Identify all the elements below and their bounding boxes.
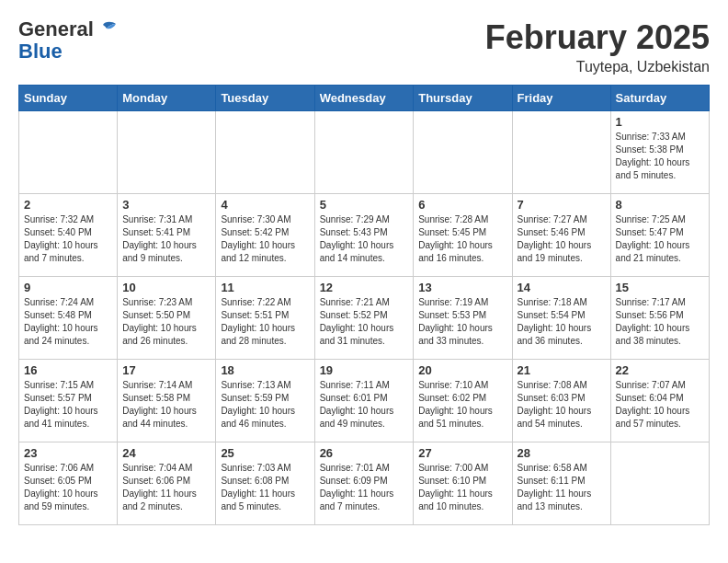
calendar-cell: 13Sunrise: 7:19 AMSunset: 5:53 PMDayligh… [414,277,512,360]
calendar-cell: 22Sunrise: 7:07 AMSunset: 6:04 PMDayligh… [610,360,709,442]
day-number: 13 [418,281,506,294]
day-number: 5 [320,198,409,212]
day-number: 6 [418,198,506,212]
day-number: 7 [518,198,606,212]
calendar-cell: 10Sunrise: 7:23 AMSunset: 5:50 PMDayligh… [118,277,216,360]
day-info: Sunrise: 7:00 AMSunset: 6:10 PMDaylight:… [418,462,506,513]
day-number: 8 [616,198,704,212]
logo-general-text: General [18,18,94,40]
day-info: Sunrise: 7:03 AMSunset: 6:08 PMDaylight:… [221,462,309,513]
calendar-cell: 21Sunrise: 7:08 AMSunset: 6:03 PMDayligh… [512,360,610,442]
day-info: Sunrise: 7:23 AMSunset: 5:50 PMDaylight:… [122,296,210,348]
day-info: Sunrise: 7:06 AMSunset: 6:05 PMDaylight:… [24,462,112,513]
calendar-cell: 14Sunrise: 7:18 AMSunset: 5:54 PMDayligh… [512,277,610,360]
calendar-cell: 2Sunrise: 7:32 AMSunset: 5:40 PMDaylight… [19,194,118,277]
weekday-header-saturday: Saturday [610,86,709,111]
calendar-cell [314,111,414,194]
day-number: 27 [418,446,506,460]
day-info: Sunrise: 7:18 AMSunset: 5:54 PMDaylight:… [518,296,606,348]
calendar-week-row: 1Sunrise: 7:33 AMSunset: 5:38 PMDaylight… [19,111,710,194]
calendar-cell: 5Sunrise: 7:29 AMSunset: 5:43 PMDaylight… [314,194,414,277]
calendar-cell: 3Sunrise: 7:31 AMSunset: 5:41 PMDaylight… [118,194,216,277]
calendar-cell: 6Sunrise: 7:28 AMSunset: 5:45 PMDaylight… [414,194,512,277]
day-info: Sunrise: 7:25 AMSunset: 5:47 PMDaylight:… [616,213,704,265]
day-number: 20 [418,363,506,377]
day-number: 3 [122,198,210,212]
day-info: Sunrise: 7:27 AMSunset: 5:46 PMDaylight:… [518,213,606,265]
day-number: 22 [616,363,704,377]
day-number: 9 [24,281,112,294]
day-number: 1 [616,115,704,129]
day-info: Sunrise: 7:21 AMSunset: 5:52 PMDaylight:… [320,296,409,348]
weekday-header-wednesday: Wednesday [314,86,414,111]
title-block: February 2025 Tuytepa, Uzbekistan [485,18,710,75]
day-info: Sunrise: 7:24 AMSunset: 5:48 PMDaylight:… [24,296,112,348]
calendar-cell: 27Sunrise: 7:00 AMSunset: 6:10 PMDayligh… [414,442,512,525]
day-number: 21 [518,363,606,377]
weekday-header-monday: Monday [118,86,216,111]
logo-blue-text: Blue [18,40,63,63]
calendar-cell: 15Sunrise: 7:17 AMSunset: 5:56 PMDayligh… [610,277,709,360]
day-info: Sunrise: 7:17 AMSunset: 5:56 PMDaylight:… [616,296,704,348]
day-info: Sunrise: 7:11 AMSunset: 6:01 PMDaylight:… [320,379,409,431]
day-info: Sunrise: 7:14 AMSunset: 5:58 PMDaylight:… [122,379,210,431]
day-number: 12 [320,281,409,294]
calendar-cell: 1Sunrise: 7:33 AMSunset: 5:38 PMDaylight… [610,111,709,194]
day-info: Sunrise: 7:28 AMSunset: 5:45 PMDaylight:… [418,213,506,265]
calendar-week-row: 16Sunrise: 7:15 AMSunset: 5:57 PMDayligh… [19,360,710,442]
day-info: Sunrise: 7:13 AMSunset: 5:59 PMDaylight:… [221,379,309,431]
calendar-cell: 12Sunrise: 7:21 AMSunset: 5:52 PMDayligh… [314,277,414,360]
day-info: Sunrise: 7:19 AMSunset: 5:53 PMDaylight:… [418,296,506,348]
day-number: 19 [320,363,409,377]
day-info: Sunrise: 7:31 AMSunset: 5:41 PMDaylight:… [122,213,210,265]
weekday-header-friday: Friday [512,86,610,111]
weekday-header-sunday: Sunday [19,86,118,111]
calendar-cell [610,442,709,525]
day-info: Sunrise: 7:33 AMSunset: 5:38 PMDaylight:… [616,131,704,182]
calendar-cell [19,111,118,194]
day-info: Sunrise: 7:22 AMSunset: 5:51 PMDaylight:… [221,296,309,348]
day-info: Sunrise: 7:08 AMSunset: 6:03 PMDaylight:… [518,379,606,431]
day-number: 26 [320,446,409,460]
logo: General Blue [18,18,116,63]
day-number: 15 [616,281,704,294]
location-text: Tuytepa, Uzbekistan [485,59,710,75]
calendar-week-row: 2Sunrise: 7:32 AMSunset: 5:40 PMDaylight… [19,194,710,277]
calendar-cell: 7Sunrise: 7:27 AMSunset: 5:46 PMDaylight… [512,194,610,277]
calendar-cell: 20Sunrise: 7:10 AMSunset: 6:02 PMDayligh… [414,360,512,442]
page-header: General Blue February 2025 Tuytepa, Uzbe… [18,18,710,75]
day-number: 25 [221,446,309,460]
day-number: 17 [122,363,210,377]
calendar-cell: 4Sunrise: 7:30 AMSunset: 5:42 PMDaylight… [216,194,314,277]
logo-bird-icon [96,21,116,38]
calendar-cell [512,111,610,194]
day-info: Sunrise: 7:04 AMSunset: 6:06 PMDaylight:… [122,462,210,513]
day-info: Sunrise: 6:58 AMSunset: 6:11 PMDaylight:… [518,462,606,513]
calendar-cell: 19Sunrise: 7:11 AMSunset: 6:01 PMDayligh… [314,360,414,442]
calendar-cell: 25Sunrise: 7:03 AMSunset: 6:08 PMDayligh… [216,442,314,525]
day-info: Sunrise: 7:32 AMSunset: 5:40 PMDaylight:… [24,213,112,265]
calendar-cell [118,111,216,194]
day-info: Sunrise: 7:29 AMSunset: 5:43 PMDaylight:… [320,213,409,265]
day-number: 24 [122,446,210,460]
month-title: February 2025 [485,18,710,57]
calendar-cell: 18Sunrise: 7:13 AMSunset: 5:59 PMDayligh… [216,360,314,442]
calendar-week-row: 23Sunrise: 7:06 AMSunset: 6:05 PMDayligh… [19,442,710,525]
day-info: Sunrise: 7:15 AMSunset: 5:57 PMDaylight:… [24,379,112,431]
day-number: 2 [24,198,112,212]
calendar-cell [216,111,314,194]
day-number: 16 [24,363,112,377]
calendar-table: SundayMondayTuesdayWednesdayThursdayFrid… [18,85,710,525]
day-info: Sunrise: 7:01 AMSunset: 6:09 PMDaylight:… [320,462,409,513]
day-number: 28 [518,446,606,460]
calendar-cell: 17Sunrise: 7:14 AMSunset: 5:58 PMDayligh… [118,360,216,442]
calendar-cell: 28Sunrise: 6:58 AMSunset: 6:11 PMDayligh… [512,442,610,525]
calendar-cell: 23Sunrise: 7:06 AMSunset: 6:05 PMDayligh… [19,442,118,525]
weekday-header-tuesday: Tuesday [216,86,314,111]
calendar-cell: 16Sunrise: 7:15 AMSunset: 5:57 PMDayligh… [19,360,118,442]
weekday-header-thursday: Thursday [414,86,512,111]
day-number: 23 [24,446,112,460]
day-number: 11 [221,281,309,294]
day-number: 4 [221,198,309,212]
day-number: 14 [518,281,606,294]
